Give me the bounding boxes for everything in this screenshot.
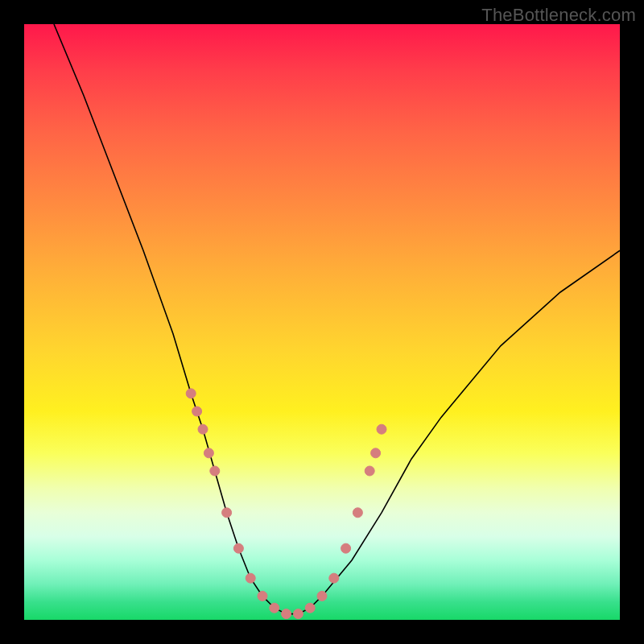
marker-dot — [222, 508, 232, 518]
marker-dot — [270, 603, 279, 613]
marker-dot — [233, 543, 243, 553]
marker-dot — [210, 466, 220, 476]
marker-dot — [329, 573, 339, 583]
chart-svg — [24, 24, 620, 620]
plot-area — [24, 24, 620, 620]
marker-dot — [305, 603, 315, 613]
marker-dot — [341, 543, 351, 553]
marker-dot — [377, 424, 386, 434]
marker-dot — [353, 508, 362, 518]
marker-dot — [186, 389, 196, 398]
bottleneck-curve — [54, 24, 620, 614]
marker-dot — [204, 448, 213, 458]
marker-dot — [293, 609, 303, 619]
marker-dot — [282, 609, 291, 619]
watermark-text: TheBottleneck.com — [481, 5, 636, 26]
marker-dot — [317, 591, 327, 601]
chart-stage: TheBottleneck.com — [0, 0, 644, 644]
marker-dot — [371, 448, 381, 458]
marker-dot — [365, 466, 374, 476]
marker-dot — [258, 591, 267, 601]
marker-dots — [186, 389, 386, 619]
marker-dot — [192, 407, 202, 416]
marker-dot — [246, 573, 255, 583]
marker-dot — [198, 424, 208, 434]
